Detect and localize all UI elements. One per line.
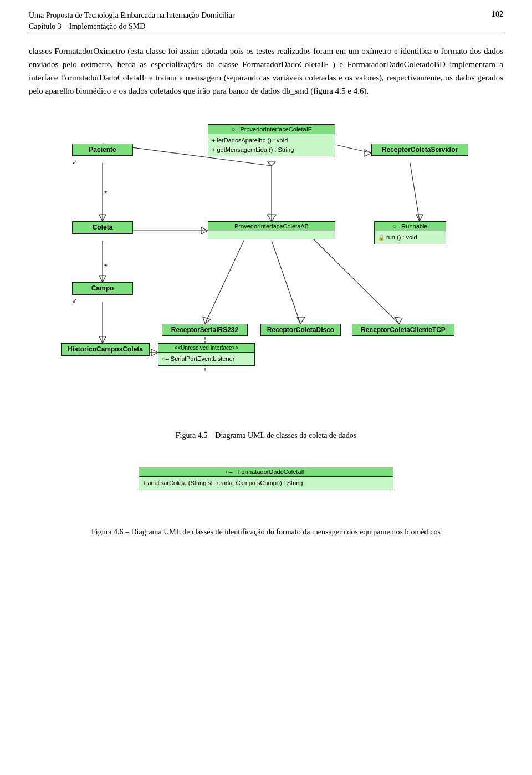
formatadorIF-stereotype: ○– — [226, 468, 236, 475]
svg-marker-11 — [267, 215, 276, 221]
class-receptorSerial: ReceptorSerialRS232 — [162, 324, 248, 336]
class-campo: Campo — [72, 282, 133, 295]
figure1-caption: Figura 4.5 – Diagrama UML de classes da … — [29, 431, 503, 440]
receptorDisco-name: ReceptorColetaDisco — [261, 324, 340, 336]
provedorIF-method2: + getMensagemLida () : String — [212, 145, 331, 155]
page-number: 102 — [492, 10, 503, 19]
uml-diagram-1: * * ↙ ↙ ○– ProvedorInterfaceColetaIF + l… — [55, 113, 477, 424]
receptorCliente-name: ReceptorColetaClienteTCP — [352, 324, 454, 336]
svg-line-20 — [410, 163, 420, 221]
page: Uma Proposta de Tecnologia Embarcada na … — [0, 0, 532, 560]
svg-marker-5 — [99, 276, 106, 282]
svg-text:↙: ↙ — [72, 297, 77, 304]
paciente-name: Paciente — [73, 144, 132, 156]
formatadorIF-body: + analisarColeta (String sEntrada, Campo… — [139, 477, 393, 490]
interface-formatadorIF: ○– FormatadorDadoColetaIF + analisarCole… — [139, 467, 393, 490]
svg-marker-9 — [201, 227, 208, 234]
header-line1: Uma Proposta de Tecnologia Embarcada na … — [29, 10, 235, 21]
svg-line-12 — [205, 241, 244, 324]
figure2-caption: Figura 4.6 – Diagrama UML de classes de … — [29, 528, 503, 537]
svg-marker-17 — [395, 317, 402, 324]
interface-provedorAB: ProvedorInterfaceColetaAB — [208, 221, 335, 239]
provedorIF-body: + lerDadosAparelho () : void + getMensag… — [208, 134, 335, 156]
provedorAB-body — [208, 231, 335, 239]
class-coleta: Coleta — [72, 221, 133, 234]
class-receptorServidor: ReceptorColetaServidor — [371, 144, 468, 156]
provedorIF-header: ○– ProvedorInterfaceColetaIF — [208, 125, 335, 134]
provedorIF-stereotype: ○– — [232, 126, 241, 132]
provedorAB-name: ProvedorInterfaceColetaAB — [234, 223, 309, 230]
unresolved-stereotype: <<Unresolved Interface>> — [158, 344, 254, 353]
provedorIF-method1: + lerDadosAparelho () : void — [212, 136, 331, 145]
formatadorIF-name: FormatadorDadoColetaIF — [238, 468, 307, 475]
svg-marker-23 — [151, 349, 158, 356]
provedorIF-name: ProvedorInterfaceColetaIF — [240, 126, 311, 132]
runnable-body: 🔒 run () : void — [375, 231, 446, 244]
interface-provedorIF: ○– ProvedorInterfaceColetaIF + lerDadosA… — [208, 124, 335, 156]
campo-name: Campo — [73, 283, 132, 294]
formatadorIF-header: ○– FormatadorDadoColetaIF — [139, 467, 393, 477]
svg-marker-3 — [99, 215, 106, 221]
diagram-arrows: * * ↙ ↙ — [55, 113, 477, 424]
uml-diagram-2: ○– FormatadorDadoColetaIF + analisarCole… — [111, 467, 421, 522]
receptorServidor-name: ReceptorColetaServidor — [372, 144, 468, 156]
svg-marker-15 — [297, 317, 305, 324]
class-receptorDisco: ReceptorColetaDisco — [260, 324, 341, 336]
interface-unresolved: <<Unresolved Interface>> ○– SerialPortEv… — [158, 343, 255, 366]
body-paragraph: classes FormatadorOximetro (esta classe … — [29, 44, 503, 98]
header-line2: Capítulo 3 – Implementação do SMD — [29, 21, 235, 32]
coleta-name: Coleta — [73, 222, 132, 233]
svg-marker-1 — [268, 162, 275, 166]
provedorAB-header: ProvedorInterfaceColetaAB — [208, 222, 335, 231]
svg-line-18 — [335, 145, 371, 153]
receptorSerial-name: ReceptorSerialRS232 — [162, 324, 247, 336]
interface-runnable: ○– Runnable 🔒 run () : void — [374, 221, 446, 244]
header-left: Uma Proposta de Tecnologia Embarcada na … — [29, 10, 235, 32]
svg-marker-19 — [365, 150, 371, 156]
runnable-method: 🔒 run () : void — [378, 233, 442, 242]
svg-text:*: * — [104, 262, 108, 271]
class-historico: HistoricoCamposColeta — [61, 343, 150, 356]
unresolved-body: ○– SerialPortEventListener — [158, 353, 254, 365]
runnable-header: ○– Runnable — [375, 222, 446, 231]
svg-marker-13 — [203, 317, 211, 324]
historico-name: HistoricoCamposColeta — [62, 344, 149, 355]
runnable-name: Runnable — [401, 223, 427, 230]
svg-line-16 — [305, 231, 399, 324]
svg-text:*: * — [104, 189, 108, 198]
svg-marker-21 — [416, 215, 423, 221]
class-paciente: Paciente — [72, 144, 133, 156]
runnable-stereotype: ○– — [393, 223, 402, 230]
svg-text:↙: ↙ — [72, 159, 77, 165]
svg-marker-7 — [99, 336, 106, 343]
class-receptorCliente: ReceptorColetaClienteTCP — [352, 324, 454, 336]
formatadorIF-method: + analisarColeta (String sEntrada, Campo… — [142, 478, 390, 488]
svg-line-14 — [272, 241, 300, 324]
page-header: Uma Proposta de Tecnologia Embarcada na … — [29, 10, 503, 34]
